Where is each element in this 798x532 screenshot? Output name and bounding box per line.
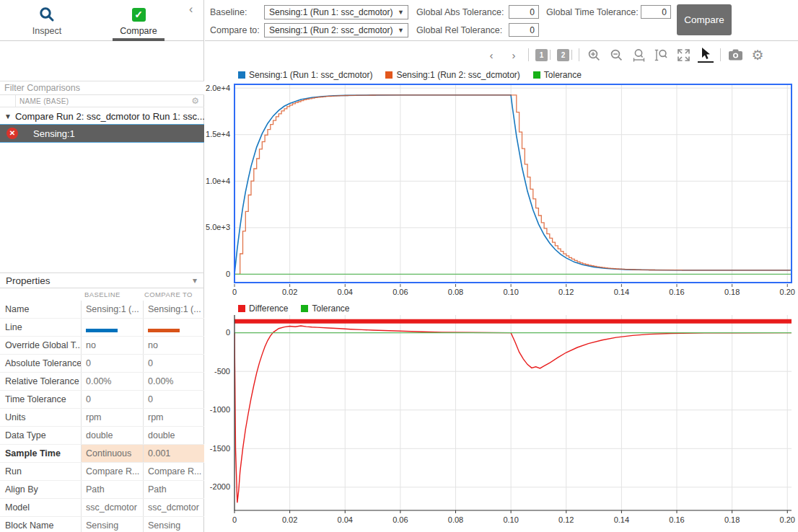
legend-item: Difference xyxy=(238,303,288,314)
property-row-line[interactable]: Line xyxy=(0,319,204,337)
property-row-override-global-t[interactable]: Override Global T...nono xyxy=(0,337,204,355)
signals-chart[interactable]: Sensing:1 (Run 1: ssc_dcmotor)Sensing:1 … xyxy=(204,68,798,306)
property-value-baseline: double xyxy=(81,427,143,444)
baseline-line-swatch xyxy=(86,329,118,332)
x-tick-label: 0.14 xyxy=(614,288,629,296)
property-value-baseline: Sensing xyxy=(81,517,143,532)
chevron-down-icon[interactable]: ▾ xyxy=(193,275,204,285)
signal-row-label: Sensing:1 xyxy=(33,128,75,139)
property-label: Line xyxy=(0,319,81,336)
legend-label: Tolerance xyxy=(312,303,349,314)
compare-to-dropdown[interactable]: Sensing:1 (Run 2: ssc_dcmotor) ▼ xyxy=(264,23,408,37)
series-difference xyxy=(234,326,792,502)
property-row-units[interactable]: Unitsrpmrpm xyxy=(0,409,204,427)
property-label: Block Name xyxy=(0,517,81,532)
property-value-baseline: 0 xyxy=(81,391,143,408)
property-value-compare: 0 xyxy=(143,391,204,408)
y-tick-label: 0 xyxy=(226,270,230,278)
property-label: Model xyxy=(0,499,81,516)
y-tick-label: 0 xyxy=(226,328,230,337)
comparison-header-bar: Baseline: Sensing:1 (Run 1: ssc_dcmotor)… xyxy=(205,0,798,41)
filter-comparisons-row xyxy=(0,81,204,95)
property-label: Run xyxy=(0,463,81,480)
legend-label: Sensing:1 (Run 1: ssc_dcmotor) xyxy=(249,70,372,80)
properties-title: Properties xyxy=(0,275,193,286)
property-row-absolute-tolerance[interactable]: Absolute Tolerance00 xyxy=(0,355,204,373)
column-settings-gear-icon[interactable]: ⚙ xyxy=(191,96,204,106)
property-row-run[interactable]: RunCompare R...Compare R... xyxy=(0,463,204,481)
property-row-data-type[interactable]: Data Typedoubledouble xyxy=(0,427,204,445)
filter-comparisons-input[interactable] xyxy=(0,81,204,94)
x-tick-label: 0 xyxy=(232,288,237,296)
property-row-align-by[interactable]: Align ByPathPath xyxy=(0,481,204,499)
x-tick-label: 0.18 xyxy=(724,515,740,524)
signals-chart-legend: Sensing:1 (Run 1: ssc_dcmotor)Sensing:1 … xyxy=(238,70,582,80)
toolbar-separator xyxy=(579,48,579,61)
out-of-tolerance-icon: ✕ xyxy=(6,128,18,139)
property-value-baseline xyxy=(81,319,143,336)
y-tick-label: -2000 xyxy=(210,482,230,491)
x-tick-label: 0.02 xyxy=(282,515,297,524)
property-value-compare: 0 xyxy=(143,355,204,372)
zoom-out-icon[interactable] xyxy=(608,47,624,63)
next-page-icon[interactable]: › xyxy=(506,47,522,63)
zoom-in-icon[interactable] xyxy=(586,47,602,63)
property-row-time-tolerance[interactable]: Time Tolerance00 xyxy=(0,391,204,409)
expand-caret-icon[interactable]: ▼ xyxy=(0,112,15,120)
x-tick-label: 0.06 xyxy=(393,288,408,296)
status-column-stub xyxy=(0,95,16,107)
toolbar-separator xyxy=(528,48,529,61)
x-tick-label: 0.10 xyxy=(503,288,518,296)
property-label: Data Type xyxy=(0,427,81,444)
global-abs-tolerance-input[interactable] xyxy=(509,5,539,19)
collapse-panel-icon[interactable]: ‹ xyxy=(189,3,193,16)
signals-chart-plot[interactable]: 00.020.040.060.080.100.120.140.160.180.2… xyxy=(204,68,798,309)
x-tick-label: 0.04 xyxy=(338,288,353,296)
subplot-layout-1-button[interactable]: 1 xyxy=(535,49,548,61)
x-tick-label: 0.16 xyxy=(669,288,684,296)
zoom-y-icon[interactable] xyxy=(653,47,669,63)
property-row-model[interactable]: Modelssc_dcmotorssc_dcmotor xyxy=(0,499,204,517)
baseline-dropdown[interactable]: Sensing:1 (Run 1: ssc_dcmotor) ▼ xyxy=(264,5,408,19)
difference-chart[interactable]: DifferenceTolerance 00.020.040.060.080.1… xyxy=(204,298,798,532)
x-tick-label: 0.12 xyxy=(558,288,574,296)
left-panel: Inspect ✓ Compare ‹ NAME (BASE) ⚙ ▼ Comp… xyxy=(0,0,204,532)
compare-line-swatch xyxy=(148,329,180,332)
tab-inspect[interactable]: Inspect xyxy=(14,4,79,36)
settings-gear-icon[interactable]: ⚙ xyxy=(750,47,766,63)
property-label: Sample Time xyxy=(0,445,81,462)
property-row-sample-time[interactable]: Sample TimeContinuous0.001 xyxy=(0,445,204,463)
property-label: Time Tolerance xyxy=(0,391,81,408)
properties-table: NameSensing:1 (...Sensing:1 (...LineOver… xyxy=(0,301,204,532)
property-row-block-name[interactable]: Block NameSensingSensing xyxy=(0,517,204,532)
pointer-tool-icon[interactable] xyxy=(698,47,714,63)
compare-check-icon: ✓ xyxy=(106,4,171,25)
property-label: Align By xyxy=(0,481,81,498)
global-time-tolerance-input[interactable] xyxy=(641,5,671,19)
legend-color-chip xyxy=(385,71,393,79)
compare-to-column-header: COMPARE TO xyxy=(144,291,193,298)
prev-page-icon[interactable]: ‹ xyxy=(483,47,499,63)
properties-header[interactable]: Properties ▾ xyxy=(0,272,204,288)
subplot-layout-2-button[interactable]: 2 xyxy=(557,49,569,61)
series-sensing-1-run-2-ssc-dcmotor xyxy=(234,95,790,275)
y-tick-label: 1.0e+4 xyxy=(206,177,230,185)
toolbar-separator xyxy=(720,48,721,61)
property-row-relative-tolerance[interactable]: Relative Tolerance0.00%0.00% xyxy=(0,373,204,391)
x-tick-label: 0.04 xyxy=(338,515,353,524)
tab-compare-label: Compare xyxy=(106,26,171,36)
zoom-x-icon[interactable] xyxy=(631,47,646,63)
fit-to-view-icon[interactable] xyxy=(675,47,691,63)
property-row-name[interactable]: NameSensing:1 (...Sensing:1 (... xyxy=(0,301,204,319)
global-rel-tolerance-input[interactable] xyxy=(509,23,539,37)
compare-button[interactable]: Compare xyxy=(677,4,732,35)
legend-color-chip xyxy=(301,305,308,312)
signal-row-sensing1[interactable]: ✕ Sensing:1 xyxy=(0,124,204,143)
difference-chart-plot[interactable]: 00.020.040.060.080.100.120.140.160.180.2… xyxy=(204,298,798,532)
toolbar-separator xyxy=(571,50,572,60)
property-value-baseline: no xyxy=(81,337,143,354)
active-tab-underline xyxy=(113,38,165,41)
tab-compare[interactable]: ✓ Compare xyxy=(106,4,171,36)
comparison-group-row[interactable]: ▼ Compare Run 2: ssc_dcmotor to Run 1: s… xyxy=(0,109,204,124)
snapshot-camera-icon[interactable] xyxy=(727,47,743,63)
